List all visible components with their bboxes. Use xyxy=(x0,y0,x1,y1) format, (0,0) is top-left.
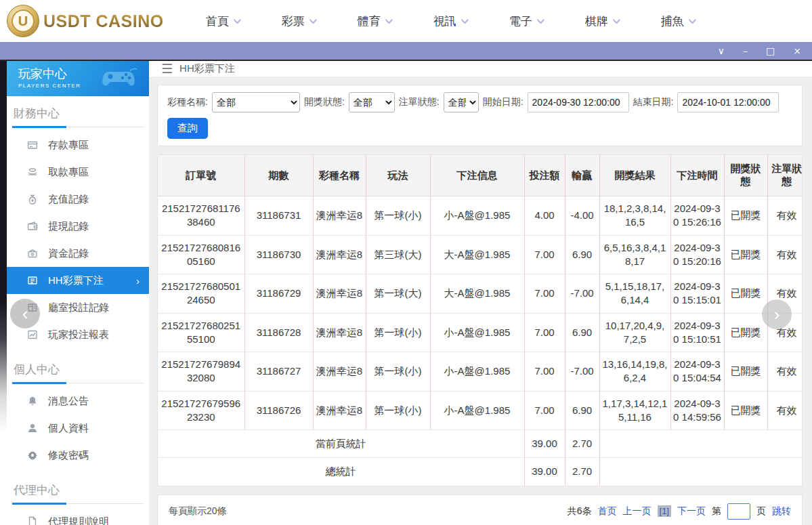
cell-win-loss: -7.00 xyxy=(565,274,599,314)
cell-bet-time: 2024-09-30 15:10:51 xyxy=(670,313,724,352)
order-status-label: 注單狀態: xyxy=(399,96,440,108)
cell-lottery-name: 澳洲幸运8 xyxy=(313,274,366,314)
column-header-period: 期數 xyxy=(244,155,313,196)
table-row: 215217276811763846031186731澳洲幸运8第一球(小)小-… xyxy=(158,196,803,236)
cell-period: 31186727 xyxy=(244,352,313,392)
cell-order-id: 2152172768117638460 xyxy=(158,196,244,236)
end-date-label: 結束日期: xyxy=(633,96,674,108)
column-header-play-type: 玩法 xyxy=(366,155,430,196)
cell-order-status: 有效 xyxy=(767,235,803,274)
sidebar-item-取款專區[interactable]: 取款專區 xyxy=(7,159,149,186)
table-row: 215217276805012465031186729澳洲幸运8第一球(大)大-… xyxy=(158,274,803,314)
sidebar-item-消息公告[interactable]: 消息公告 xyxy=(7,387,149,415)
sidebar-section: 代理中心代理規則說明 xyxy=(7,473,149,525)
column-header-win-loss: 輸贏 xyxy=(565,155,599,196)
summary-win-loss: 2.70 xyxy=(565,458,599,486)
cell-order-status: 有效 xyxy=(767,352,803,392)
cell-win-loss: -7.00 xyxy=(565,352,599,392)
cell-draw-result: 18,1,2,3,8,14,16,5 xyxy=(599,196,670,236)
cell-draw-status: 已開獎 xyxy=(724,196,767,236)
cell-win-loss: -4.00 xyxy=(565,196,599,236)
nav-item-2[interactable]: 彩票 xyxy=(282,14,315,29)
summary-bet-amount: 39.00 xyxy=(524,458,565,486)
main-nav: 首頁彩票體育視訊電子棋牌捕魚 xyxy=(206,14,694,29)
cell-period: 31186730 xyxy=(244,235,313,274)
nav-item-7[interactable]: 捕魚 xyxy=(661,14,694,29)
cell-order-id: 2152172767959623230 xyxy=(158,391,244,430)
summary-label: 總統計 xyxy=(158,458,524,486)
cell-bet-time: 2024-09-30 14:59:56 xyxy=(670,391,724,430)
cell-bet-time: 2024-09-30 15:26:16 xyxy=(670,196,724,236)
draw-status-select[interactable]: 全部 xyxy=(349,92,395,112)
nav-item-label: 電子 xyxy=(509,14,532,29)
sidebar-item-資金記錄[interactable]: 資金記錄 xyxy=(7,240,149,267)
sidebar-item-存款專區[interactable]: 存款專區 xyxy=(7,131,149,159)
lottery-name-label: 彩種名稱: xyxy=(167,96,208,108)
nav-item-1[interactable]: 首頁 xyxy=(206,14,239,29)
sidebar-item-label: HH彩票下注 xyxy=(48,274,104,287)
sidebar-item-HH彩票下注[interactable]: HH彩票下注› xyxy=(7,267,149,294)
jump-link[interactable]: 跳转 xyxy=(772,505,791,518)
nav-item-5[interactable]: 電子 xyxy=(509,14,542,29)
brand-logo[interactable]: U USDT CASINO xyxy=(7,5,164,37)
expand-panel-button[interactable]: › xyxy=(762,299,792,329)
end-date-input[interactable] xyxy=(677,92,779,112)
menu-toggle-icon[interactable]: ☰ xyxy=(161,61,173,77)
cell-bet-info: 小-A盤@1.985 xyxy=(430,196,524,236)
funds-record-icon xyxy=(27,248,38,259)
sidebar-section: 個人中心消息公告個人資料修改密碼 xyxy=(7,352,149,473)
cell-play-type: 第三球(大) xyxy=(366,235,430,274)
pagination-panel: 每頁顯示20條 共6条首页上一页[1]下一页第页跳转 xyxy=(157,495,803,525)
chevron-down-icon xyxy=(309,16,316,24)
chevron-down-icon xyxy=(461,16,468,24)
nav-item-3[interactable]: 體育 xyxy=(358,14,391,29)
start-date-input[interactable] xyxy=(528,92,629,112)
bell-icon xyxy=(27,396,38,406)
table-row: 215217276798943208031186727澳洲幸运8第一球(小)小-… xyxy=(158,352,803,392)
gamepad-icon xyxy=(100,65,140,92)
summary-bet-amount: 39.00 xyxy=(524,430,565,458)
page-jump-input[interactable] xyxy=(727,503,750,520)
sidebar-item-label: 玩家投注報表 xyxy=(48,329,109,341)
nav-item-4[interactable]: 視訊 xyxy=(433,14,467,29)
table-row: 215217276808160516031186730澳洲幸运8第三球(大)大-… xyxy=(158,235,803,274)
lottery-bet-icon xyxy=(27,275,38,286)
cell-bet-info: 小-A盤@1.985 xyxy=(430,313,524,352)
order-status-select[interactable]: 全部 xyxy=(444,92,479,112)
sidebar-item-個人資料[interactable]: 個人資料 xyxy=(7,415,149,442)
minimize-icon[interactable]: – xyxy=(743,46,748,56)
collapse-chevron-icon[interactable]: ∨ xyxy=(718,46,725,56)
maximize-icon[interactable]: □ xyxy=(766,46,775,56)
start-date-label: 開始日期: xyxy=(483,96,523,108)
collapse-sidebar-button[interactable]: ‹ xyxy=(10,299,40,329)
nav-item-6[interactable]: 棋牌 xyxy=(585,14,618,29)
filter-panel: 彩種名稱: 全部 開獎狀態: 全部 注單狀態: 全部 開始日期: 結束日期: 查… xyxy=(157,85,803,146)
sidebar-item-代理規則說明[interactable]: 代理規則說明 xyxy=(7,508,149,525)
cell-lottery-name: 澳洲幸运8 xyxy=(313,352,366,392)
current-page-indicator: [1] xyxy=(658,505,671,517)
next-page-link[interactable]: 下一页 xyxy=(677,505,706,518)
sidebar-item-label: 取款專區 xyxy=(48,166,89,179)
cell-bet-info: 小-A盤@1.985 xyxy=(430,352,524,392)
sidebar-section-title: 財務中心 xyxy=(12,96,144,127)
cell-order-status: 有效 xyxy=(767,391,803,430)
sidebar-item-label: 消息公告 xyxy=(48,395,89,408)
column-header-order-id: 訂單號 xyxy=(158,155,244,196)
cell-period: 31186728 xyxy=(244,313,313,352)
cell-period: 31186731 xyxy=(244,196,313,236)
search-button[interactable]: 查詢 xyxy=(167,118,208,139)
background-strip xyxy=(0,61,7,525)
sidebar-item-修改密碼[interactable]: 修改密碼 xyxy=(7,442,149,469)
summary-empty xyxy=(599,430,803,458)
prev-page-link[interactable]: 上一页 xyxy=(623,505,651,518)
cell-order-id: 2152172768025155100 xyxy=(158,313,244,352)
sidebar-item-提現記錄[interactable]: 提現記錄 xyxy=(7,213,149,240)
close-icon[interactable]: × xyxy=(793,46,801,56)
breadcrumb: ☰ HH彩票下注 xyxy=(149,61,812,77)
first-page-link[interactable]: 首页 xyxy=(598,505,617,518)
lottery-name-select[interactable]: 全部 xyxy=(212,92,300,112)
chevron-down-icon xyxy=(612,16,620,24)
sidebar-item-充值記錄[interactable]: 充值記錄 xyxy=(7,186,149,213)
chevron-down-icon xyxy=(688,16,696,24)
cell-draw-result: 13,16,14,19,8,6,2,4 xyxy=(599,352,670,392)
